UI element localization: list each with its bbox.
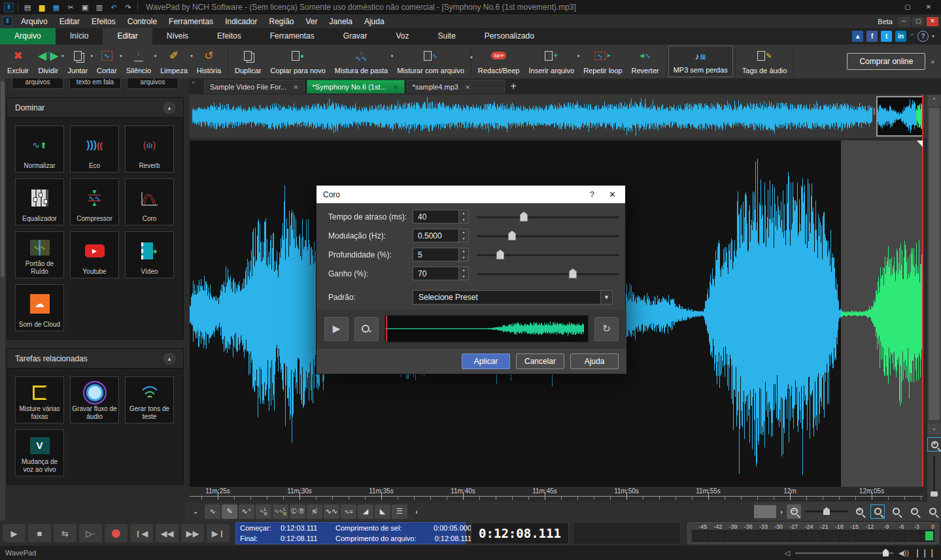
waveform-overview[interactable]: ❙❙ xyxy=(190,95,941,138)
tile-normalizar[interactable]: ∿⬆Normalizar xyxy=(15,125,64,173)
tab-ferramentas[interactable]: Ferramentas xyxy=(256,28,329,44)
tile-youtube[interactable]: ▶Youtube xyxy=(70,231,119,278)
swap-channels-icon[interactable]: Ⓛ Ⓡ xyxy=(290,504,305,519)
zoom-in-icon[interactable]: + xyxy=(852,504,866,519)
vertical-zoom-in-icon[interactable]: + xyxy=(927,437,941,452)
collapse-panel-icon[interactable]: ▲ xyxy=(163,353,175,365)
envelope-list-icon[interactable]: ☰ xyxy=(392,504,407,519)
tab-inicio[interactable]: Início xyxy=(56,28,103,44)
help-dropdown-icon[interactable]: ▾ xyxy=(932,33,934,39)
loop-button[interactable]: ⇆ xyxy=(53,523,77,543)
play-button[interactable]: ▶ xyxy=(2,523,26,543)
close-tab-icon[interactable]: ✕ xyxy=(465,84,470,91)
preview-play-button[interactable]: ▶ xyxy=(324,317,349,341)
zoom-out-icon[interactable]: − xyxy=(787,504,801,519)
tile-compressor[interactable]: ▼∿∿▲Compressor xyxy=(70,178,119,225)
zoom-selection-icon[interactable] xyxy=(870,504,885,519)
tile-equalizador[interactable]: Equalizador xyxy=(15,178,64,225)
dialog-titlebar[interactable]: Coro ? ✕ xyxy=(317,186,625,203)
vertical-zoom-slider[interactable] xyxy=(933,456,935,497)
tab-efeitos[interactable]: Efeitos xyxy=(203,28,256,44)
tab-gravar[interactable]: Gravar xyxy=(329,28,382,44)
collapse-ribbon-icon[interactable]: ⌃ xyxy=(910,33,914,39)
tile-eco[interactable]: )))((Eco xyxy=(70,125,119,173)
save-icon[interactable]: ▦ xyxy=(51,2,61,12)
sidebar-scrollbar[interactable] xyxy=(0,78,5,521)
cortar-button[interactable]: ▾∿Cortar xyxy=(92,46,122,77)
toolbar-overflow-icon[interactable]: » xyxy=(931,58,934,65)
twitter-icon[interactable]: t xyxy=(881,31,892,42)
menu-ferramentas[interactable]: Ferramentas xyxy=(163,16,219,27)
copiar-para-novo-button[interactable]: ●Copiar para novo xyxy=(265,46,330,77)
zoom-vertical-icon[interactable] xyxy=(925,504,940,519)
zoom-preset-box[interactable] xyxy=(754,505,776,518)
tile-coro[interactable]: Coro xyxy=(125,178,174,225)
spinner[interactable]: ▲▼ xyxy=(458,267,469,280)
close-button-2[interactable]: ✕ xyxy=(927,17,938,26)
dock-collapse-icon[interactable]: ⌃ xyxy=(191,81,196,88)
preview-loop-button[interactable]: ↻ xyxy=(594,317,619,341)
partial-tile[interactable]: texto em fala xyxy=(69,78,121,89)
help-icon[interactable]: ? xyxy=(917,31,929,42)
restore-button[interactable]: ▢ xyxy=(912,17,924,26)
collapse-panel-icon[interactable]: ▲ xyxy=(163,102,175,114)
tab-arquivo[interactable]: Arquivo xyxy=(0,28,56,44)
wave-lr-icon[interactable]: ∿∿LR xyxy=(273,504,288,519)
duplicar-button[interactable]: Duplicar xyxy=(230,46,265,77)
open-file-icon[interactable]: ▆ xyxy=(37,2,47,12)
misturar-com-arquivo-button[interactable]: ▾∿Misturar com arquivo xyxy=(392,46,469,77)
toolbar-collapse-icon[interactable]: ⌄ xyxy=(188,504,203,519)
spinner[interactable]: ▲▼ xyxy=(458,210,469,223)
aplicar-button[interactable]: Aplicar xyxy=(462,354,510,369)
like-icon[interactable]: ▲ xyxy=(852,31,863,42)
tab-editar[interactable]: Editar xyxy=(103,28,152,44)
modulation-slider[interactable] xyxy=(477,235,619,237)
timeline-ruler[interactable]: 11m:25s 11m:30s 11m:35s 11m:40s 11m:45s … xyxy=(190,487,923,502)
depth-slider[interactable] xyxy=(477,254,619,256)
toolbar-collapse-left-icon[interactable]: ‹ xyxy=(409,504,424,519)
gain-slider[interactable] xyxy=(477,273,619,275)
menu-regiao[interactable]: Região xyxy=(264,16,300,27)
menu-arquivo[interactable]: Arquivo xyxy=(15,16,54,27)
juntar-button[interactable]: ▾Juntar xyxy=(63,46,93,77)
close-tab-icon[interactable]: ✕ xyxy=(393,84,398,91)
dialog-close-icon[interactable]: ✕ xyxy=(606,189,619,199)
record-button[interactable] xyxy=(104,523,128,543)
wave-grid-icon[interactable]: ∿≡ xyxy=(341,504,356,519)
maximize-button[interactable]: ▢ xyxy=(899,2,916,12)
menu-controle[interactable]: Controle xyxy=(122,16,163,27)
delay-slider[interactable] xyxy=(477,216,619,218)
cursor-flag[interactable] xyxy=(917,140,923,147)
tab-personalizado[interactable]: Personalizado xyxy=(470,28,549,44)
tile-gerar-tons[interactable]: Gerar tons de teste xyxy=(125,376,174,423)
preset-dropdown[interactable]: Selecione Preset ▼ xyxy=(413,290,613,305)
limpeza-button[interactable]: ▾✐Limpeza xyxy=(156,46,192,77)
partial-tile[interactable]: arquivos xyxy=(12,78,63,89)
tile-som-de-cloud[interactable]: ☁Som de Cloud xyxy=(15,284,64,331)
dividir-button[interactable]: ▾◀⁞▶Dividir xyxy=(33,46,63,77)
tile-gravar-fluxo[interactable]: Gravar fluxo de áudio xyxy=(70,376,119,423)
ajuda-button[interactable]: Ajuda xyxy=(570,354,619,369)
fade-in-icon[interactable]: ◢ xyxy=(358,504,373,519)
mute-speaker-icon[interactable]: ◁ xyxy=(785,549,790,557)
cut-icon[interactable]: ✂ xyxy=(65,2,76,12)
cancelar-button[interactable]: Cancelar xyxy=(516,354,564,369)
speaker-icon[interactable]: ◀)) xyxy=(898,549,909,557)
redo-icon[interactable]: ↷ xyxy=(123,2,133,12)
menu-editar[interactable]: Editar xyxy=(54,16,86,27)
mixer-icon[interactable]: ❘❘❘ xyxy=(914,548,936,557)
partial-tile[interactable]: arquivos xyxy=(127,78,179,89)
linkedin-icon[interactable]: in xyxy=(895,31,906,42)
tab-niveis[interactable]: Níveis xyxy=(152,28,203,44)
zoom-project-icon[interactable] xyxy=(889,504,903,519)
tile-misture-varias-faixas[interactable]: Misture várias faixas xyxy=(15,376,64,423)
depth-input[interactable]: 5 ▲▼ xyxy=(413,248,469,261)
playback-cursor[interactable] xyxy=(922,95,923,502)
reverter-button[interactable]: ◀∿Reverter xyxy=(626,46,663,77)
doc-tab-sample4[interactable]: *sample4.mp3✕ xyxy=(407,80,505,93)
menu-ver[interactable]: Ver xyxy=(300,16,324,27)
fade-out-icon[interactable]: ◣ xyxy=(375,504,390,519)
copy-icon[interactable]: ▣ xyxy=(80,2,90,12)
menu-ajuda[interactable]: Ajuda xyxy=(358,16,390,27)
paste-icon[interactable]: ▥ xyxy=(94,2,105,12)
